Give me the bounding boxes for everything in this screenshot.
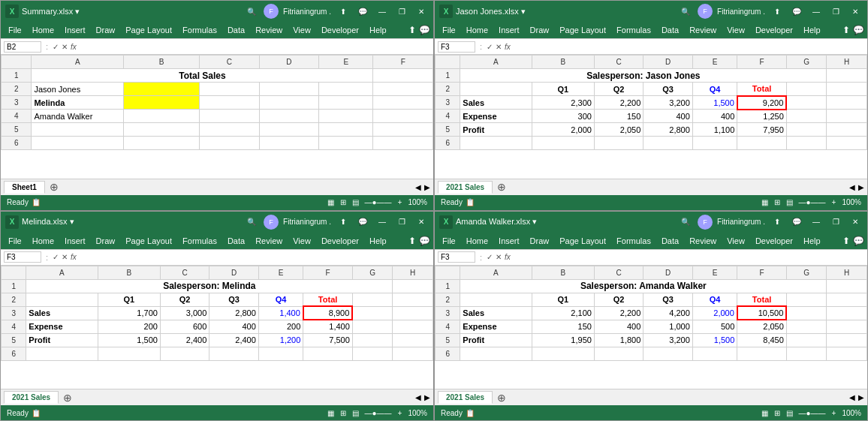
cell-4h-amanda[interactable] (827, 320, 867, 333)
cell-q4-amanda[interactable]: Q4 (692, 293, 737, 306)
view-page-icon[interactable]: ⊞ (340, 198, 346, 206)
check-jason[interactable]: ✓ (487, 43, 493, 51)
cell-exp-q2-amanda[interactable]: 400 (594, 320, 643, 333)
minimize-btn[interactable]: — (375, 4, 390, 19)
cell-5g-melinda[interactable] (352, 333, 393, 347)
menu-formulas[interactable]: Formulas (178, 24, 222, 36)
cell-4a[interactable]: Amanda Walker (32, 110, 124, 123)
cell-q2-melinda[interactable]: Q2 (160, 293, 209, 306)
cell-3c[interactable] (200, 96, 259, 110)
cell-profit-q1-jason[interactable]: 2,000 (532, 123, 594, 137)
view-page-amanda[interactable]: ⊞ (774, 409, 780, 417)
cell-profit-total-melinda[interactable]: 7,500 (303, 333, 352, 347)
formula-input[interactable] (80, 42, 430, 51)
cell-6d-melinda[interactable] (209, 347, 258, 360)
cell-sales-amanda[interactable]: Sales (460, 306, 532, 320)
cell-expense-amanda[interactable]: Expense (460, 320, 532, 333)
cell-6g-melinda[interactable] (352, 347, 393, 360)
cell-profit-jason[interactable]: Profit (460, 123, 532, 137)
cell-sales-total-amanda[interactable]: 10,500 (737, 306, 786, 320)
cell-5g-jason[interactable] (786, 123, 827, 137)
menu-help-melinda[interactable]: Help (365, 235, 391, 247)
cell-6g-amanda[interactable] (786, 347, 827, 360)
cell-3f[interactable] (373, 96, 433, 110)
col-b-jason[interactable]: B (532, 56, 594, 69)
cell-q1-jason[interactable]: Q1 (532, 83, 594, 96)
col-a-jason[interactable]: A (460, 56, 532, 69)
cell-profit-q1-melinda[interactable]: 1,500 (98, 333, 160, 347)
menu-view-amanda[interactable]: View (722, 235, 749, 247)
cell-2f[interactable] (373, 83, 433, 96)
cell-4h-jason[interactable] (827, 110, 867, 123)
cross-amanda[interactable]: ✕ (496, 253, 502, 261)
col-f-jason[interactable]: F (737, 56, 786, 69)
menu-view[interactable]: View (288, 24, 315, 36)
col-header-a[interactable]: A (32, 56, 124, 69)
cell-q2-amanda[interactable]: Q2 (594, 293, 643, 306)
cell-4g-melinda[interactable] (352, 320, 393, 333)
col-b-melinda[interactable]: B (98, 266, 160, 279)
cell-sales-q2-amanda[interactable]: 2,200 (594, 306, 643, 320)
cell-profit-q2-jason[interactable]: 2,050 (594, 123, 643, 137)
close-melinda[interactable]: ✕ (414, 215, 429, 230)
cell-profit-q4-melinda[interactable]: 1,200 (258, 333, 303, 347)
view-preview-amanda[interactable]: ▤ (786, 409, 793, 417)
add-sheet-btn[interactable]: ⊕ (47, 181, 62, 193)
cell-1h-melinda[interactable] (393, 279, 433, 293)
cell-profit-q2-melinda[interactable]: 2,400 (160, 333, 209, 347)
menu-draw-melinda[interactable]: Draw (92, 235, 120, 247)
cell-q3-melinda[interactable]: Q3 (209, 293, 258, 306)
share-btn-melinda[interactable]: ⬆ (408, 236, 416, 246)
cell-total-header-amanda[interactable]: Total (737, 293, 786, 306)
cell-6b-amanda[interactable] (532, 347, 594, 360)
col-c-amanda[interactable]: C (594, 266, 643, 279)
cell-exp-q4-melinda[interactable]: 200 (258, 320, 303, 333)
cell-exp-q1-amanda[interactable]: 150 (532, 320, 594, 333)
share-icon[interactable]: ⬆ (336, 4, 351, 19)
share-btn[interactable]: ⬆ (408, 25, 416, 35)
menu-insert-melinda[interactable]: Insert (60, 235, 90, 247)
search-icon-amanda[interactable]: 🔍 (678, 215, 693, 230)
cell-ref-melinda[interactable] (4, 251, 41, 263)
menu-draw[interactable]: Draw (92, 24, 120, 36)
cell-exp-q1-melinda[interactable]: 200 (98, 320, 160, 333)
cell-ref-input[interactable] (4, 41, 41, 53)
share-icon-jason[interactable]: ⬆ (770, 4, 785, 19)
cell-6f-jason[interactable] (737, 137, 786, 150)
cell-3h-jason[interactable] (827, 96, 867, 110)
menu-review-jason[interactable]: Review (685, 24, 721, 36)
cell-6b[interactable] (124, 137, 200, 150)
cell-6f-melinda[interactable] (303, 347, 352, 360)
tab-left-amanda[interactable]: ◀ (849, 393, 855, 401)
cell-6c-melinda[interactable] (160, 347, 209, 360)
fx-amanda[interactable]: fx (505, 253, 511, 261)
cell-6h-melinda[interactable] (393, 347, 433, 360)
cell-ref-jason[interactable] (438, 41, 475, 53)
cell-5d[interactable] (259, 123, 318, 137)
menu-pagelayout[interactable]: Page Layout (121, 24, 176, 36)
menu-file-amanda[interactable]: File (438, 235, 460, 247)
view-page-melinda[interactable]: ⊞ (340, 409, 346, 417)
cell-sales-q1-jason[interactable]: 2,300 (532, 96, 594, 110)
cell-exp-total-amanda[interactable]: 2,050 (737, 320, 786, 333)
cell-4e[interactable] (319, 110, 373, 123)
cell-1h-amanda[interactable] (827, 279, 867, 293)
col-c-melinda[interactable]: C (160, 266, 209, 279)
cell-profit-q4-amanda[interactable]: 1,500 (692, 333, 737, 347)
cell-6a-melinda[interactable] (26, 347, 98, 360)
menu-file[interactable]: File (4, 24, 26, 36)
comments-btn-jason[interactable]: 💬 (853, 25, 864, 35)
search-icon-jason[interactable]: 🔍 (678, 4, 693, 19)
cell-1h-jason[interactable] (827, 69, 867, 83)
menu-home-melinda[interactable]: Home (28, 235, 59, 247)
fx-melinda[interactable]: fx (71, 253, 77, 261)
menu-developer[interactable]: Developer (317, 24, 363, 36)
cell-q4-melinda[interactable]: Q4 (258, 293, 303, 306)
cell-3b[interactable] (124, 96, 200, 110)
cell-expense-jason[interactable]: Expense (460, 110, 532, 123)
cell-6f-amanda[interactable] (737, 347, 786, 360)
cell-ref-amanda[interactable] (438, 251, 475, 263)
cell-title-jason[interactable]: Salesperson: Jason Jones (460, 69, 827, 83)
col-d-jason[interactable]: D (643, 56, 692, 69)
col-h-amanda[interactable]: H (827, 266, 867, 279)
